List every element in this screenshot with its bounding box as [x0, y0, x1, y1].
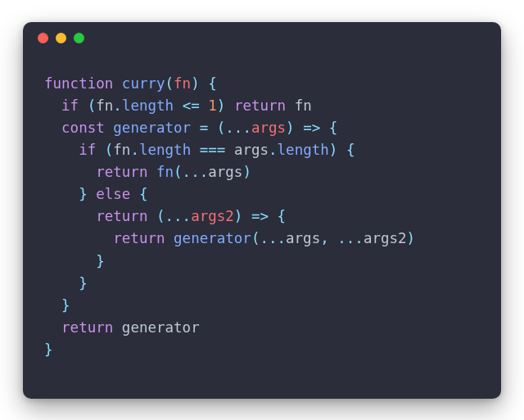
minimize-icon[interactable] [56, 33, 66, 43]
code-token [96, 142, 105, 158]
code-token [79, 97, 88, 114]
code-token [242, 208, 251, 224]
code-token: ... [183, 164, 209, 180]
code-token: { [208, 75, 217, 92]
code-token [191, 142, 200, 158]
code-token: generator [122, 319, 200, 336]
code-token: else [96, 186, 130, 202]
code-token: { [139, 186, 148, 202]
code-token: . [269, 142, 278, 158]
code-token [174, 97, 183, 114]
code-token: = [200, 120, 209, 136]
code-token: ... [337, 230, 364, 246]
code-token: <= [183, 97, 200, 114]
code-token: ) [407, 230, 416, 246]
code-token: 1 [208, 97, 217, 114]
code-token: } [61, 297, 70, 314]
code-token: args [286, 230, 320, 246]
code-token: . [130, 142, 139, 158]
code-token [44, 253, 96, 269]
code-token [165, 230, 174, 246]
code-token: fn [174, 75, 191, 92]
code-token: return [96, 208, 147, 224]
code-token: curry [122, 75, 165, 92]
code-token: } [79, 275, 88, 291]
code-token: { [329, 120, 338, 136]
code-token: if [61, 97, 79, 114]
code-token [113, 319, 122, 336]
code-block: function curry(fn) { if (fn.length <= 1)… [23, 55, 501, 380]
code-token: function [44, 75, 113, 92]
code-token [320, 120, 329, 136]
code-token [105, 120, 114, 136]
code-token: fn [96, 97, 113, 114]
code-token: . [113, 97, 122, 114]
code-token [44, 97, 61, 114]
code-token: } [44, 341, 53, 358]
code-token: const [61, 120, 105, 136]
code-token [269, 208, 278, 224]
code-token [225, 97, 234, 114]
code-token [44, 208, 96, 224]
code-token: fn [156, 164, 174, 180]
code-token [44, 120, 61, 136]
code-token [44, 230, 113, 246]
code-token: ( [217, 120, 226, 136]
code-token: ( [174, 164, 183, 180]
code-token [44, 164, 96, 180]
code-token [208, 120, 217, 136]
code-token [44, 186, 79, 202]
code-token [286, 97, 295, 114]
code-token: generator [113, 120, 191, 136]
code-token [200, 97, 209, 114]
code-token [130, 186, 139, 202]
code-token: } [79, 186, 88, 202]
code-token [113, 75, 122, 92]
code-token: return [234, 97, 286, 114]
code-token: return [61, 319, 113, 336]
code-token: args [234, 142, 269, 158]
code-token: ) [217, 97, 226, 114]
code-token: => [303, 120, 320, 136]
titlebar [23, 22, 501, 55]
code-token: { [346, 142, 355, 158]
code-token: return [113, 230, 165, 246]
code-token: ... [260, 230, 286, 246]
code-token [44, 275, 79, 291]
code-token [337, 142, 346, 158]
code-token [329, 230, 338, 246]
code-token: fn [113, 142, 130, 158]
code-token: length [139, 142, 191, 158]
code-token: ) [286, 120, 295, 136]
code-token [225, 142, 234, 158]
code-token [44, 319, 61, 336]
code-window: function curry(fn) { if (fn.length <= 1)… [23, 22, 501, 399]
code-token: ... [165, 208, 192, 224]
close-icon[interactable] [38, 33, 48, 43]
code-token: ( [165, 75, 174, 92]
code-token [147, 164, 156, 180]
code-token: fn [295, 97, 312, 114]
code-token: => [251, 208, 269, 224]
code-token: args [251, 120, 286, 136]
code-token: args [208, 164, 242, 180]
code-token: args2 [364, 230, 407, 246]
code-token: } [96, 253, 105, 269]
code-token: generator [174, 230, 251, 246]
code-token: ) [242, 164, 251, 180]
code-token: return [96, 164, 147, 180]
code-token: { [278, 208, 287, 224]
code-token: === [200, 142, 226, 158]
code-token: args2 [191, 208, 234, 224]
code-token: if [79, 142, 96, 158]
code-token [44, 142, 79, 158]
code-token: ( [251, 230, 260, 246]
code-token [191, 120, 200, 136]
code-token [88, 186, 97, 202]
maximize-icon[interactable] [74, 33, 84, 43]
code-token [147, 208, 156, 224]
code-token: ( [105, 142, 114, 158]
code-token: ... [225, 120, 251, 136]
code-token: length [278, 142, 329, 158]
code-token: ( [88, 97, 97, 114]
